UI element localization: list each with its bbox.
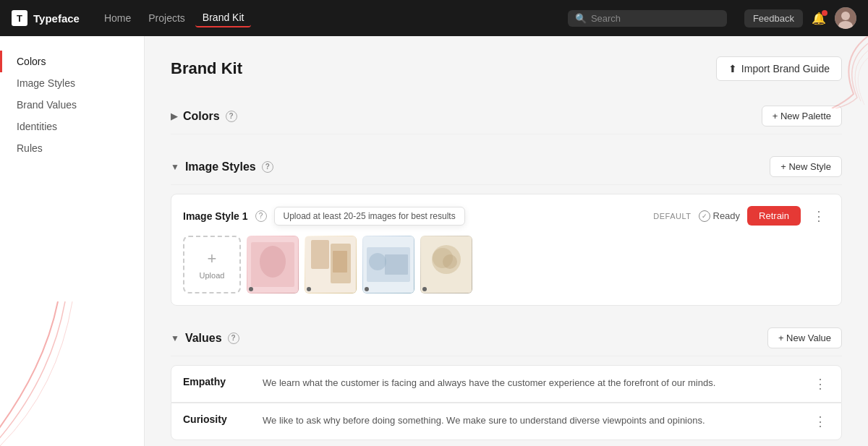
value-more-button-empathy[interactable]: ⋮: [811, 376, 830, 392]
feedback-button[interactable]: Feedback: [744, 9, 803, 27]
image-styles-section: ▼ Image Styles ? + New Style Image Style…: [171, 149, 842, 306]
image-thumb-1[interactable]: [247, 236, 299, 293]
values-row-empathy: Empathy We learn what the customer is fa…: [171, 365, 842, 403]
import-brand-guide-button[interactable]: ⬆ Import Brand Guide: [716, 56, 842, 81]
image-styles-title-row: ▼ Image Styles ?: [171, 160, 273, 173]
image-styles-section-header: ▼ Image Styles ? + New Style: [171, 149, 842, 185]
image-thumb-3[interactable]: [362, 236, 414, 293]
image-style-tooltip: Upload at least 20-25 images for best re…: [274, 207, 465, 226]
new-palette-button[interactable]: + New Palette: [762, 106, 842, 126]
image-dot-2: [307, 287, 311, 291]
colors-section: ▶ Colors ? + New Palette: [171, 98, 842, 134]
image-grid: + Upload: [183, 236, 830, 293]
upload-box[interactable]: + Upload: [183, 236, 241, 293]
svg-rect-7: [311, 240, 329, 269]
ready-status: ✓ Ready: [699, 210, 741, 222]
ready-label: Ready: [713, 210, 741, 221]
values-title-row: ▼ Values ?: [171, 332, 239, 345]
value-desc-curiosity: We like to ask why before doing somethin…: [263, 413, 796, 428]
colors-title: Colors: [183, 110, 220, 123]
colors-section-header: ▶ Colors ? + New Palette: [171, 98, 842, 134]
search-icon: 🔍: [575, 13, 587, 24]
svg-point-17: [443, 254, 457, 269]
main-header: Brand Kit ⬆ Import Brand Guide: [171, 56, 842, 81]
image-style-card: Image Style 1 ? Upload at least 20-25 im…: [171, 194, 842, 306]
logo-box: T: [12, 10, 27, 26]
card-more-button[interactable]: ⋮: [808, 207, 830, 226]
values-list: Empathy We learn what the customer is fa…: [171, 365, 842, 440]
value-name-empathy: Empathy: [183, 376, 248, 387]
image-dot-3: [365, 287, 369, 291]
sidebar-item-identities[interactable]: Identities: [0, 116, 144, 137]
image-dot-4: [422, 287, 427, 291]
values-row-curiosity: Curiosity We like to ask why before doin…: [171, 403, 842, 440]
value-more-button-curiosity[interactable]: ⋮: [811, 413, 830, 429]
sidebar-item-colors[interactable]: Colors: [0, 51, 144, 72]
new-style-button[interactable]: + New Style: [770, 156, 842, 177]
notification-badge: [822, 10, 827, 16]
value-name-curiosity: Curiosity: [183, 413, 248, 425]
nav-projects[interactable]: Projects: [141, 9, 192, 27]
nav-brand-kit[interactable]: Brand Kit: [195, 9, 252, 27]
avatar-image: [835, 7, 856, 29]
logo-letter: T: [17, 13, 22, 24]
image-thumb-2[interactable]: [305, 236, 357, 293]
main-content: Brand Kit ⬆ Import Brand Guide ▶ Colors …: [145, 36, 868, 446]
sidebar: Colors Image Styles Brand Values Identit…: [0, 36, 145, 446]
default-badge: DEFAULT: [653, 212, 691, 220]
notification-button[interactable]: 🔔: [812, 12, 826, 25]
values-title: Values: [185, 332, 222, 345]
topnav-links: Home Projects Brand Kit: [97, 9, 252, 27]
image-style-name: Image Style 1: [183, 210, 248, 222]
avatar[interactable]: [835, 7, 856, 29]
sidebar-item-brand-values[interactable]: Brand Values: [0, 94, 144, 116]
card-header: Image Style 1 ? Upload at least 20-25 im…: [183, 206, 830, 226]
svg-rect-13: [385, 254, 408, 275]
svg-point-12: [369, 253, 386, 270]
svg-point-1: [841, 12, 850, 20]
value-desc-empathy: We learn what the customer is facing and…: [263, 376, 796, 390]
sidebar-item-rules[interactable]: Rules: [0, 137, 144, 159]
values-section-header: ▼ Values ? + New Value: [171, 320, 842, 356]
colors-chevron-icon[interactable]: ▶: [171, 111, 177, 121]
svg-rect-9: [333, 251, 347, 273]
topnav-right: Feedback 🔔: [744, 7, 856, 29]
ready-check-icon: ✓: [699, 210, 710, 222]
app-name: Typeface: [33, 12, 80, 25]
retrain-button[interactable]: Retrain: [747, 206, 801, 226]
page-title: Brand Kit: [171, 59, 242, 78]
image-style-help-icon[interactable]: ?: [255, 210, 267, 222]
upload-icon: ⬆: [728, 63, 737, 74]
new-value-button[interactable]: + New Value: [767, 327, 842, 348]
colors-title-row: ▶ Colors ?: [171, 110, 237, 123]
values-help-icon[interactable]: ?: [228, 333, 239, 344]
search-bar: 🔍: [568, 10, 727, 27]
upload-label: Upload: [200, 271, 225, 280]
image-dot-1: [249, 287, 253, 291]
nav-home[interactable]: Home: [97, 9, 138, 27]
image-thumb-4[interactable]: [420, 236, 472, 293]
upload-plus-icon: +: [208, 249, 217, 268]
image-styles-title: Image Styles: [185, 160, 256, 173]
search-input[interactable]: [591, 13, 720, 24]
values-chevron-icon[interactable]: ▼: [171, 333, 179, 343]
app-logo[interactable]: T Typeface: [12, 10, 80, 26]
image-styles-chevron-icon[interactable]: ▼: [171, 162, 179, 172]
sidebar-item-image-styles[interactable]: Image Styles: [0, 72, 144, 94]
layout: Colors Image Styles Brand Values Identit…: [0, 36, 868, 446]
topnav: T Typeface Home Projects Brand Kit 🔍 Fee…: [0, 0, 868, 36]
svg-point-5: [260, 246, 286, 278]
image-styles-help-icon[interactable]: ?: [262, 161, 273, 173]
card-actions: DEFAULT ✓ Ready Retrain ⋮: [653, 206, 830, 226]
colors-help-icon[interactable]: ?: [226, 111, 237, 122]
values-section: ▼ Values ? + New Value Empathy We learn …: [171, 320, 842, 440]
